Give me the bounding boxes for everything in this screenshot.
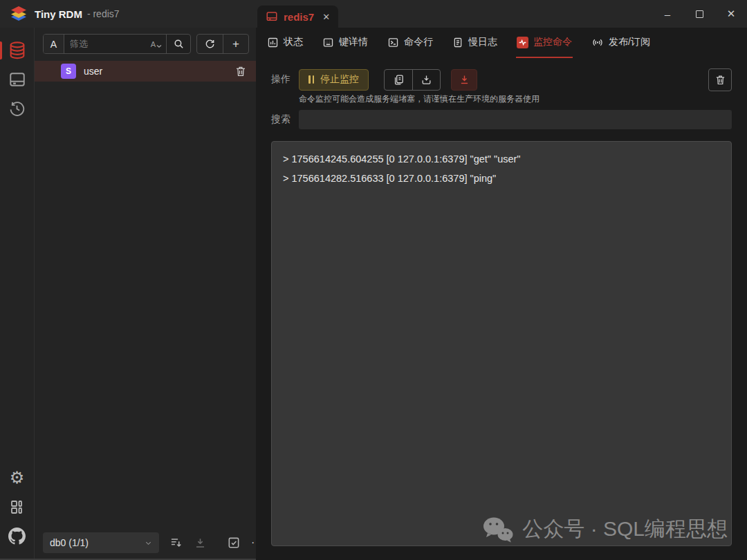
tree-actions-group: + [196,34,249,54]
sort-list-icon [169,536,183,550]
refresh-icon [204,38,216,50]
copy-log-button[interactable] [385,70,412,90]
tab-bar: 状态 键详情 命令行 慢日志 [256,28,747,58]
maximize-button[interactable] [683,0,715,28]
maximize-icon [696,10,703,18]
broadcast-icon [591,37,604,48]
download-icon [421,74,432,86]
history-icon [8,100,26,118]
monitor-warning: 命令监控可能会造成服务端堵塞，请谨慎在生产环境的服务器使用 [299,93,732,105]
key-name: user [84,66,227,77]
app-title: Tiny RDM [35,8,82,20]
nav-history[interactable] [0,94,35,123]
minimize-button[interactable]: – [652,0,683,28]
filter-bar: A A [35,28,256,59]
log-line: > 1756614282.516633 [0 127.0.0.1:6379] "… [283,169,720,188]
clear-log-button[interactable] [708,68,732,91]
tree-footer: db0 (1/1) [35,530,256,559]
add-key-button[interactable]: + [223,35,248,53]
app-logo-icon [10,5,28,23]
terminal-icon [387,37,399,48]
refresh-button[interactable] [197,35,223,53]
filter-input[interactable] [64,35,147,53]
import-button[interactable] [194,536,207,550]
chevron-down-icon [145,539,152,547]
server-icon [266,10,278,23]
pause-icon [308,75,314,84]
filter-input-group: A A [43,34,191,54]
log-line: > 1756614245.604255 [0 127.0.0.1:6379] "… [283,149,720,169]
checkbox-icon [227,536,241,550]
stop-monitor-button[interactable]: 停止监控 [299,69,369,91]
exact-match-toggle[interactable]: A [44,35,64,53]
main-panel: 状态 键详情 命令行 慢日志 [256,28,747,560]
tab-status[interactable]: 状态 [266,28,304,58]
database-icon [8,40,27,61]
gear-icon: ⚙ [10,469,25,486]
settings-button[interactable]: ⚙ [0,463,35,492]
connection-tab-label: redis7 [284,11,314,23]
slowlog-icon [452,37,463,48]
apps-grid-icon [9,498,26,515]
tab-pubsub[interactable]: 发布/订阅 [591,28,651,58]
github-button[interactable] [0,521,35,550]
key-detail-icon [322,37,334,48]
apps-button[interactable] [0,492,35,521]
bar-chart-icon [267,37,279,48]
plus-icon: + [232,37,239,51]
key-row-user[interactable]: S user [35,61,256,82]
search-row: 搜索 [271,110,732,129]
server-icon [8,71,26,88]
log-io-group [384,69,441,91]
copy-icon [393,74,405,86]
type-badge-set: S [61,64,76,79]
monitor-content: 操作 停止监控 [256,58,747,560]
flush-db-button[interactable] [169,536,183,550]
download-icon [194,536,207,550]
github-icon [8,528,26,545]
tab-monitor[interactable]: 监控命令 [516,28,573,58]
app-subtitle: - redis7 [87,8,120,19]
search-label: 搜索 [271,113,299,126]
key-tree-panel: A A [35,28,256,559]
title-bar: Tiny RDM - redis7 redis7 ✕ – ✕ [0,0,747,28]
export-icon [459,74,470,86]
search-icon [173,38,185,50]
pulse-icon [517,37,528,48]
action-label: 操作 [271,73,299,86]
sort-az-icon[interactable]: A [147,35,166,53]
trash-icon[interactable] [234,65,247,77]
search-input[interactable] [299,110,732,129]
action-row: 操作 停止监控 [271,68,732,91]
activity-bar: ⚙ [0,28,35,559]
window-controls: – ✕ [652,0,747,28]
nav-server[interactable] [0,65,35,94]
save-log-button[interactable] [412,70,440,90]
tiny-rdm-window: Tiny RDM - redis7 redis7 ✕ – ✕ [0,0,747,560]
active-indicator [0,41,2,59]
left-panel: ⚙ A [0,28,256,560]
tab-key-detail[interactable]: 键详情 [322,28,369,58]
trash-icon [714,74,726,86]
connection-tab[interactable]: redis7 ✕ [257,6,338,28]
tab-cli[interactable]: 命令行 [387,28,434,58]
db-selector[interactable]: db0 (1/1) [43,532,159,553]
checkbox-mode-button[interactable] [227,536,241,550]
nav-browser[interactable] [0,36,35,65]
monitor-log[interactable]: > 1756614245.604255 [0 127.0.0.1:6379] "… [271,141,732,546]
tree-empty-area [35,82,256,530]
close-button[interactable]: ✕ [715,0,747,28]
tab-slowlog[interactable]: 慢日志 [452,28,498,58]
search-button[interactable] [166,35,190,53]
db-selector-value: db0 (1/1) [50,537,89,548]
auto-scroll-button[interactable] [451,69,477,91]
tab-close-icon[interactable]: ✕ [322,12,330,22]
